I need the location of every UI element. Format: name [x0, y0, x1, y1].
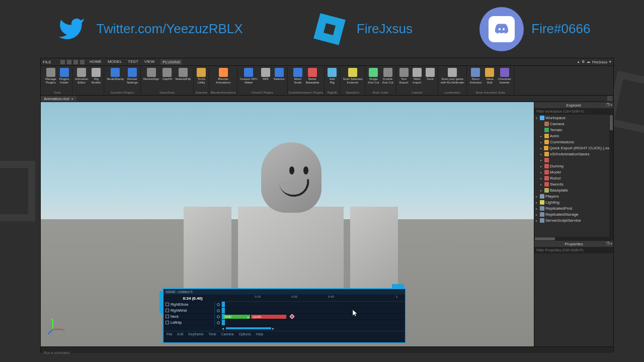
ribbon-animation-editor[interactable]: Animation Editor	[73, 67, 90, 94]
tree-item[interactable]: Camera	[534, 121, 613, 127]
expand-arrow-icon[interactable]: ▸	[540, 152, 543, 156]
tree-item[interactable]: ▸Commissions	[534, 139, 613, 145]
collapse-icon[interactable]: ▴	[578, 60, 580, 64]
redo-icon[interactable]	[80, 60, 85, 64]
menu-file[interactable]: FILE	[43, 60, 51, 64]
3d-viewport[interactable]: x y z NAME: Untitled 5 0:24 (0.40) 0:150…	[41, 102, 534, 346]
ribbon-rig-builder[interactable]: Rig Builder	[90, 67, 103, 94]
tree-item[interactable]: ▸Dummy	[534, 163, 613, 169]
anim-menu-help[interactable]: Help	[256, 332, 263, 336]
track-checkbox[interactable]	[166, 309, 169, 312]
tree-item[interactable]: ▸Baseplate	[534, 187, 613, 193]
tree-item[interactable]: ▸Swords	[534, 181, 613, 187]
undo-icon[interactable]	[73, 60, 78, 64]
ribbon-selector[interactable]: Selector	[272, 67, 286, 90]
panel-drag-handle[interactable]	[159, 291, 164, 313]
track-neck[interactable]: Neck	[164, 314, 214, 320]
tree-item[interactable]: ▸Model	[534, 169, 613, 175]
tree-item[interactable]: ▸ReplicatedFirst	[534, 205, 613, 211]
ribbon-tools[interactable]: Tools	[424, 67, 437, 90]
track-key-toggle[interactable]	[217, 303, 220, 306]
easing-segment-quad[interactable]: QUAD	[251, 315, 286, 319]
keyframe-diamond[interactable]	[290, 314, 295, 319]
track-checkbox[interactable]	[166, 303, 169, 306]
anim-menu-camera[interactable]: Camera	[221, 332, 234, 336]
cloud-icon[interactable]: ☁	[587, 60, 590, 64]
panel-popout-icon[interactable]: ❐	[606, 103, 609, 107]
panel-minimize-icon[interactable]	[392, 284, 404, 288]
anim-menu-edit[interactable]: Edit	[177, 332, 183, 336]
panel-close-icon[interactable]: ×	[610, 103, 612, 107]
expand-arrow-icon[interactable]: ▸	[536, 207, 539, 210]
ribbon-modelstamp[interactable]: ModelStamp	[105, 67, 125, 90]
expand-arrow-icon[interactable]: ▸	[540, 140, 543, 144]
expand-arrow-icon[interactable]: ▸	[536, 195, 539, 198]
expand-arrow-icon[interactable]: ▾	[536, 116, 539, 120]
command-input[interactable]	[41, 350, 613, 356]
share-icon[interactable]: ⚙	[582, 60, 585, 64]
track-key-toggle[interactable]	[217, 315, 220, 318]
new-icon[interactable]	[60, 60, 65, 64]
scroll-left-icon[interactable]: ◂	[222, 326, 224, 331]
expand-arrow-icon[interactable]: ▸	[540, 134, 543, 138]
ribbon-scan-your-game-with-ro-defender[interactable]: Scan your game with Ro-Defender	[439, 67, 466, 90]
ribbon-resizealign[interactable]: ResizeAlign	[142, 67, 161, 90]
track-rightwrist[interactable]: RightWrist	[164, 308, 214, 314]
explorer-hscroll[interactable]	[534, 237, 613, 241]
user-label[interactable]: FireJxsus	[592, 60, 607, 64]
ribbon-materialflip[interactable]: MaterialFlip	[174, 67, 192, 90]
track-rightelbow[interactable]: RightElbow	[164, 302, 214, 308]
ribbon-scan-selected-instance[interactable]: Scan Selected Instance	[341, 67, 364, 90]
tree-item[interactable]: ▾Workspace	[534, 115, 613, 121]
panel-close-icon[interactable]: ×	[610, 242, 612, 246]
ribbon-to-do-utility[interactable]: To-Do Utility	[195, 67, 208, 90]
explorer-filter-input[interactable]	[534, 108, 613, 115]
ribbon-double-axis-cut[interactable]: Double Axis Cut	[380, 67, 394, 90]
save-icon[interactable]	[67, 60, 71, 64]
easing-segment-sine[interactable]: SINE▸	[223, 315, 250, 319]
ribbon-plugins-folder[interactable]: Plugins Folder	[58, 67, 71, 90]
user-dropdown-icon[interactable]: ▾	[609, 60, 611, 64]
track-lanes[interactable]: SINE▸ QUAD	[222, 302, 405, 326]
tree-item[interactable]: ▸Robot	[534, 175, 613, 181]
tree-item[interactable]: ▸Lighting	[534, 199, 613, 205]
ribbon-render-settings[interactable]: Render Settings	[125, 67, 139, 90]
tree-item[interactable]: Terrain	[534, 127, 613, 133]
expand-arrow-icon[interactable]: ▸	[536, 219, 539, 222]
expand-arrow-icon[interactable]: ▸	[540, 189, 543, 192]
anim-time-ruler[interactable]: 0:150:300:451:	[222, 295, 405, 302]
anim-menu-time[interactable]: Time	[208, 332, 216, 336]
menu-tab-plugins[interactable]: PLUGINS	[160, 59, 182, 65]
tree-item[interactable]: ▸ReplicatedStorage	[534, 211, 613, 217]
track-lefthip[interactable]: LeftHip	[164, 320, 214, 326]
scroll-thumb-icon[interactable]: ▸	[272, 326, 274, 331]
tree-item[interactable]: ▸Players	[534, 193, 613, 199]
menu-tab-view[interactable]: VIEW	[144, 59, 154, 65]
expand-arrow-icon[interactable]: ▸	[540, 176, 543, 180]
expand-arrow-icon[interactable]: ▸	[540, 170, 543, 174]
track-key-toggle[interactable]	[217, 309, 220, 312]
anim-menu-file[interactable]: File	[167, 332, 172, 336]
ribbon-text-export[interactable]: Text Export	[397, 67, 411, 90]
ribbon-sbs[interactable]: SBS	[259, 67, 272, 90]
tree-item[interactable]: ▸xSIXxAnimationSaves	[534, 151, 613, 157]
track-key-toggle[interactable]	[217, 321, 220, 324]
close-icon[interactable]: ×	[71, 97, 73, 101]
viewport-expand-icon[interactable]	[607, 96, 612, 101]
expand-arrow-icon[interactable]: ▸	[540, 164, 543, 168]
ribbon-character-inserter[interactable]: Character Inserter	[496, 67, 512, 90]
ribbon-value-edit[interactable]: Value Edit	[483, 67, 496, 90]
anim-menu-keyframe[interactable]: Keyframe	[188, 332, 203, 336]
tree-item[interactable]: ▸	[534, 157, 613, 163]
properties-filter-input[interactable]	[534, 247, 613, 253]
ribbon-single-axis-cut[interactable]: Single Axis Cut	[366, 67, 380, 90]
ribbon-blender-animations[interactable]: Blender Animations	[214, 67, 232, 90]
ribbon-weld-import[interactable]: Weld Import	[411, 67, 424, 90]
document-tab[interactable]: Animation.rbxl ×	[41, 96, 76, 102]
command-bar[interactable]	[41, 346, 613, 353]
ribbon-mesh-scale[interactable]: Mesh Scale	[291, 67, 304, 90]
tree-item[interactable]: ▸Anim	[534, 133, 613, 139]
expand-arrow-icon[interactable]: ▸	[540, 146, 543, 150]
anim-menu-options[interactable]: Options	[239, 332, 251, 336]
panel-popout-icon[interactable]: ❐	[606, 242, 609, 246]
